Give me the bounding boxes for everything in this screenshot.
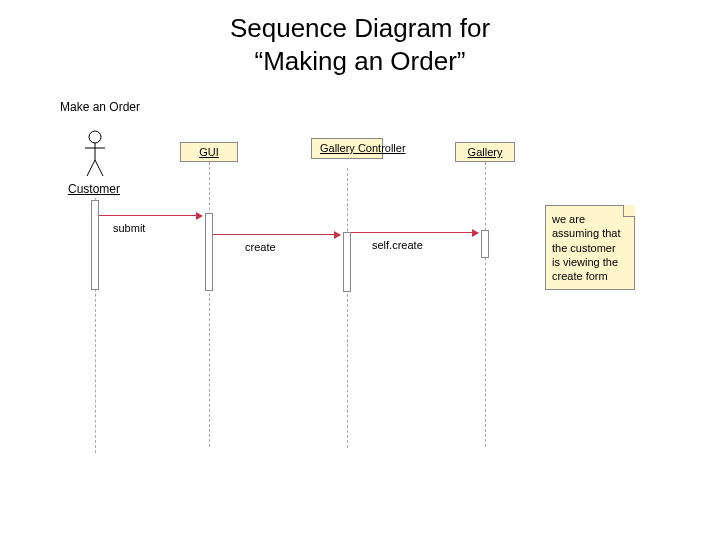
- message-self-create-arrow: [351, 232, 478, 233]
- activation-gallery: [481, 230, 489, 258]
- activation-gallery-controller: [343, 232, 351, 292]
- participant-gui: GUI: [180, 142, 238, 162]
- participant-gallery-controller: Gallery Controller: [311, 138, 383, 159]
- title-line-2: “Making an Order”: [255, 46, 466, 76]
- diagram-label: Make an Order: [60, 100, 140, 114]
- note-fold-icon: [623, 205, 635, 217]
- lifeline-gallery: [485, 162, 486, 447]
- message-create-label: create: [245, 241, 276, 253]
- svg-line-4: [95, 160, 103, 176]
- actor-icon: [85, 130, 105, 180]
- message-submit-label: submit: [113, 222, 145, 234]
- activation-customer: [91, 200, 99, 290]
- diagram-note: we are assuming that the customer is vie…: [545, 205, 635, 290]
- lifeline-gui: [209, 162, 210, 447]
- activation-gui: [205, 213, 213, 291]
- svg-line-3: [87, 160, 95, 176]
- message-submit-arrow: [99, 215, 202, 216]
- participant-customer: Customer: [68, 182, 120, 196]
- title-line-1: Sequence Diagram for: [230, 13, 490, 43]
- participant-gallery: Gallery: [455, 142, 515, 162]
- svg-point-0: [89, 131, 101, 143]
- slide-title: Sequence Diagram for “Making an Order”: [0, 0, 720, 77]
- message-create-arrow: [213, 234, 340, 235]
- sequence-diagram: Make an Order Customer GUI Gallery Contr…: [60, 100, 690, 500]
- lifeline-gallery-controller: [347, 168, 348, 448]
- message-self-create-label: self.create: [372, 239, 423, 251]
- note-text: we are assuming that the customer is vie…: [552, 213, 620, 282]
